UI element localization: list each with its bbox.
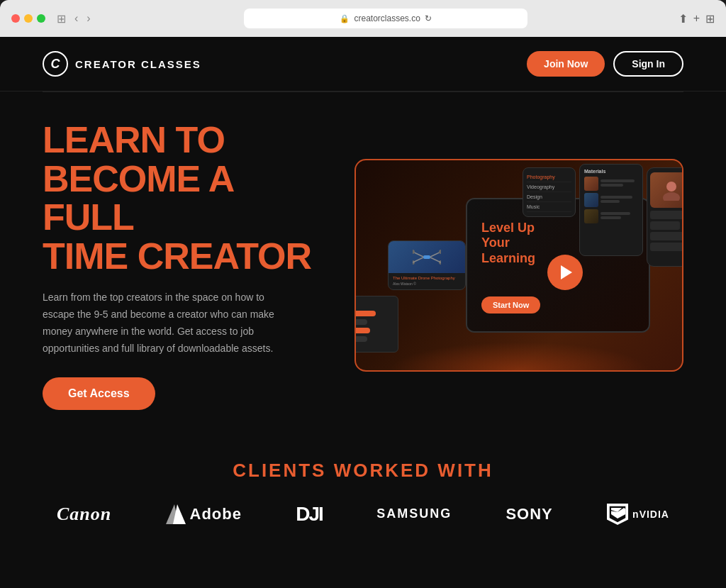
material-text-1 [601,179,638,188]
clients-logos: Canon Adobe DJI SAMSUNG SONY [43,503,683,526]
clients-title: CLIENTS WORKED WITH [43,460,683,482]
cat-music: Music [527,202,571,212]
adobe-logo: Adobe [166,504,242,524]
nvidia-logo: nVIDIA [607,504,669,525]
categories-panel: Photography Videography Design Music [523,167,576,217]
lock-icon: 🔒 [340,14,350,23]
cat-videography: Videography [527,182,571,192]
back-icon[interactable]: ‹ [72,11,81,26]
material-line-3b [601,216,621,219]
level-up-text: Level Up Your Learning [481,221,535,267]
material-line-2b [601,200,620,203]
material-row-2 [584,193,638,207]
material-text-3 [601,212,638,221]
phone-item-1 [650,211,683,219]
dji-logo: DJI [296,503,323,526]
tabs-icon[interactable]: ⊞ [705,12,715,26]
material-thumb-3 [584,209,598,223]
svg-point-9 [666,182,676,192]
material-thumb-2 [584,193,598,207]
phone-mockup [647,167,683,267]
start-now-button[interactable]: Start Now [481,296,540,314]
logo: C CREATOR CLASSES [43,51,201,77]
address-bar[interactable]: 🔒 creatorclasses.co ↻ [244,9,527,28]
nav-buttons: Join Now Sign In [527,51,683,77]
sign-in-button[interactable]: Sign In [613,51,683,77]
svg-point-4 [439,250,441,254]
hero-visual-container: The Ultimate Drone Photography Alex Wats… [354,159,683,372]
cat-design: Design [527,192,571,202]
material-line-3a [601,212,630,215]
drone-illustration [413,248,441,266]
materials-title: Materials [584,169,638,174]
brand-name: CREATOR CLASSES [75,58,201,70]
reload-icon[interactable]: ↻ [425,13,432,23]
hero-section: LEARN TO BECOME A FULL TIME CREATOR Lear… [0,92,726,438]
svg-point-3 [413,250,415,254]
nvidia-icon [607,504,628,525]
phone-avatar [650,172,683,208]
samsung-wordmark: SAMSUNG [376,506,452,521]
adobe-icon [166,504,186,524]
drone-image [389,241,465,273]
play-button[interactable] [547,255,583,290]
sidebar-toggle-icon[interactable]: ⊞ [54,11,69,27]
adobe-wordmark: Adobe [190,505,242,523]
samsung-logo: SAMSUNG [376,506,452,521]
svg-line-8 [430,257,441,262]
materials-card: Materials [579,164,643,256]
material-row-3 [584,209,638,223]
phone-item-2 [650,221,680,230]
browser-actions: ⬆ + ⊞ [678,12,715,26]
material-text-2 [601,196,638,204]
minimize-button[interactable] [24,14,33,23]
website-content: C CREATOR CLASSES Join Now Sign In LEARN… [0,37,726,588]
material-row-1 [584,177,638,191]
canon-wordmark: Canon [57,504,111,525]
get-access-button[interactable]: Get Access [43,377,155,410]
traffic-lights [11,14,45,23]
avatar-illustration [661,179,682,201]
close-button[interactable] [11,14,20,23]
chat-bubble-3 [354,328,370,333]
material-line-1b [601,184,623,187]
chat-card: Chat [354,296,398,353]
material-line-1a [601,179,635,182]
play-triangle-icon [561,265,572,279]
url-text: creatorclasses.co [354,13,420,23]
sony-logo: SONY [506,505,552,523]
clients-section: CLIENTS WORKED WITH Canon Adobe DJI SAMS… [0,438,726,540]
new-tab-icon[interactable]: + [693,12,700,26]
svg-line-7 [413,257,423,262]
nvidia-wordmark: nVIDIA [632,509,669,520]
logo-icon: C [43,51,68,77]
svg-point-10 [663,192,680,201]
material-line-2a [601,196,632,199]
chat-bubble-4 [354,336,367,342]
hero-description: Learn from the top creators in the space… [43,289,298,357]
canon-logo: Canon [57,504,111,525]
drone-card: The Ultimate Drone Photography Alex Wats… [388,240,466,290]
share-icon[interactable]: ⬆ [678,12,688,26]
hero-left: LEARN TO BECOME A FULL TIME CREATOR Lear… [43,121,326,410]
cat-photography: Photography [527,172,571,182]
browser-chrome: ⊞ ‹ › 🔒 creatorclasses.co ↻ ⬆ + ⊞ [0,0,726,37]
sony-wordmark: SONY [506,505,552,523]
phone-item-4 [650,243,683,251]
browser-controls: ⊞ ‹ › [54,11,94,27]
hero-title: LEARN TO BECOME A FULL TIME CREATOR [43,121,326,275]
dji-wordmark: DJI [296,503,323,526]
chat-bubble-1 [354,311,376,316]
hero-visual: The Ultimate Drone Photography Alex Wats… [354,159,683,372]
drone-card-text: The Ultimate Drone Photography Alex Wats… [389,273,465,289]
join-now-button[interactable]: Join Now [527,51,605,77]
svg-rect-0 [423,255,430,259]
material-thumb-1 [584,177,598,191]
forward-icon[interactable]: › [84,11,93,26]
navbar: C CREATOR CLASSES Join Now Sign In [0,37,726,91]
phone-item-3 [650,232,683,240]
fullscreen-button[interactable] [37,14,45,23]
chat-bubble-2 [354,319,367,325]
